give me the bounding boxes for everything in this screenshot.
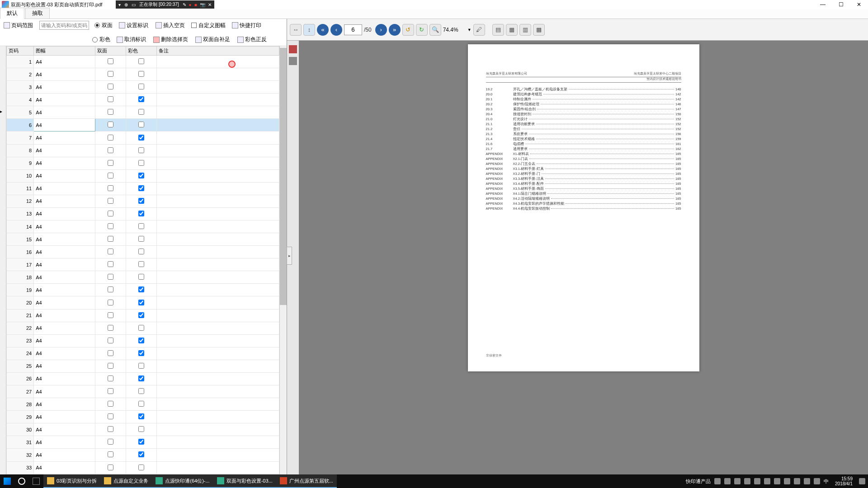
table-row[interactable]: 12A4 (6, 195, 279, 207)
color-checkbox[interactable] (138, 439, 144, 445)
color-checkbox[interactable] (138, 160, 144, 166)
color-checkbox[interactable] (138, 71, 144, 77)
set-mark-button[interactable]: 设置标识 (118, 21, 149, 30)
col-color[interactable]: 彩色 (126, 47, 156, 56)
color-checkbox[interactable] (138, 198, 144, 204)
duplex-checkbox[interactable] (108, 338, 113, 343)
maximize-button[interactable]: ☐ (832, 0, 850, 9)
col-format[interactable]: 图幅 (34, 47, 95, 56)
table-row[interactable]: 3A4 (6, 81, 279, 94)
tray-icon[interactable] (714, 478, 721, 484)
duplex-checkbox[interactable] (108, 312, 113, 318)
table-row[interactable]: 32A4 (6, 449, 279, 461)
table-row[interactable]: 19A4 (6, 284, 279, 296)
table-row[interactable]: 29A4 (6, 411, 279, 423)
taskbar-item[interactable]: 点源自定义业务 (100, 474, 152, 488)
view-grid-button[interactable]: ▩ (533, 24, 545, 36)
color-checkbox[interactable] (138, 363, 144, 369)
page-table[interactable]: 页码 图幅 双面 彩色 备注 1A4 2A4 3A4 4A4 5A4 6A4 7… (6, 46, 279, 474)
view-single-button[interactable]: ▤ (492, 24, 504, 36)
color-checkbox[interactable] (138, 135, 144, 141)
table-row[interactable]: 27A4 (6, 385, 279, 398)
table-row[interactable]: 28A4 (6, 398, 279, 411)
duplex-checkbox[interactable] (108, 147, 113, 153)
insert-blank-button[interactable]: 插入空页 (155, 21, 186, 30)
duplex-checkbox[interactable] (108, 451, 113, 457)
table-scrollbar[interactable] (279, 46, 287, 474)
taskbar-item[interactable]: 广州点源第五届软... (276, 474, 337, 488)
duplex-checkbox[interactable] (108, 185, 113, 191)
cortana-button[interactable] (14, 474, 29, 488)
tray-icon[interactable] (734, 478, 741, 484)
tray-icon[interactable] (754, 478, 760, 484)
delete-sel-button[interactable]: 删除选择页 (152, 35, 189, 44)
table-row[interactable]: 10A4 (6, 169, 279, 182)
thumbnail-panel-button[interactable] (289, 45, 297, 53)
color-checkbox[interactable] (138, 375, 144, 381)
duplex-checkbox[interactable] (108, 274, 113, 280)
rec-close-icon[interactable]: ✕ (208, 2, 212, 7)
table-row[interactable]: 13A4 (6, 207, 279, 220)
rec-camera-icon[interactable]: 📷 (200, 2, 205, 7)
radio-duplex[interactable] (94, 23, 100, 28)
color-checkbox[interactable] (138, 388, 144, 394)
quick-print-button[interactable]: 快捷打印 (231, 21, 262, 30)
view-continuous-button[interactable]: ▦ (506, 24, 518, 36)
cancel-mark-button[interactable]: 取消标识 (116, 35, 147, 44)
minimize-button[interactable]: — (814, 0, 832, 9)
table-row[interactable]: 26A4 (6, 372, 279, 385)
duplex-checkbox[interactable] (108, 211, 113, 216)
start-button[interactable] (0, 474, 14, 488)
color-checkbox[interactable] (138, 350, 144, 356)
table-row[interactable]: 25A4 (6, 360, 279, 372)
color-checkbox[interactable] (138, 261, 144, 267)
color-checkbox[interactable] (138, 465, 144, 470)
taskbar-item[interactable]: 03彩页识别与分拆 (43, 474, 100, 488)
rec-region-icon[interactable]: ▭ (132, 2, 136, 7)
duplex-checkbox[interactable] (108, 84, 113, 89)
tab-extract[interactable]: 抽取 (25, 8, 50, 19)
table-row[interactable]: 23A4 (6, 334, 279, 347)
duplex-checkbox[interactable] (108, 363, 113, 369)
rec-pen-icon[interactable]: ✎ (183, 2, 186, 7)
duplex-checkbox[interactable] (108, 350, 113, 356)
fit-width-button[interactable]: ↔ (290, 24, 302, 36)
tray-icon[interactable] (814, 478, 820, 484)
table-row[interactable]: 9A4 (6, 157, 279, 169)
table-row[interactable]: 4A4 (6, 94, 279, 106)
color-checkbox[interactable] (138, 401, 144, 407)
color-checkbox[interactable] (138, 426, 144, 432)
color-checkbox[interactable] (138, 286, 144, 292)
table-row[interactable]: 21A4 (6, 309, 279, 322)
radio-color[interactable] (92, 37, 98, 42)
table-row[interactable]: 1A4 (6, 56, 279, 68)
duplex-checkbox[interactable] (108, 223, 113, 229)
color-checkbox[interactable] (138, 236, 144, 242)
col-page[interactable]: 页码 (6, 47, 33, 56)
col-duplex[interactable]: 双面 (95, 47, 126, 56)
duplex-checkbox[interactable] (108, 135, 113, 141)
color-checkbox[interactable] (138, 249, 144, 254)
last-page-button[interactable]: » (389, 24, 401, 36)
taskview-button[interactable] (29, 474, 43, 488)
duplex-checkbox[interactable] (108, 58, 113, 64)
duplex-checkbox[interactable] (108, 249, 113, 254)
table-row[interactable]: 5A4 (6, 106, 279, 119)
tray-icon[interactable] (804, 478, 810, 484)
page-range-input[interactable] (39, 21, 89, 30)
color-front-button[interactable]: 彩色正反 (236, 35, 268, 44)
color-checkbox[interactable] (138, 312, 144, 318)
duplex-checkbox[interactable] (108, 401, 113, 407)
duplex-checkbox[interactable] (108, 109, 113, 115)
duplex-checkbox[interactable] (108, 300, 113, 305)
taskbar-item[interactable]: 点源快印通(64位)-... (152, 474, 213, 488)
zoom-tool-button[interactable]: 🖊 (473, 24, 485, 36)
color-checkbox[interactable] (138, 325, 144, 331)
rec-pause-icon[interactable]: ● (189, 2, 192, 7)
duplex-checkbox[interactable] (108, 173, 113, 178)
color-checkbox[interactable] (138, 274, 144, 280)
color-checkbox[interactable] (138, 109, 144, 115)
rotate-ccw-button[interactable]: ↺ (402, 24, 414, 36)
next-page-button[interactable]: › (375, 24, 387, 36)
color-checkbox[interactable] (138, 211, 144, 216)
